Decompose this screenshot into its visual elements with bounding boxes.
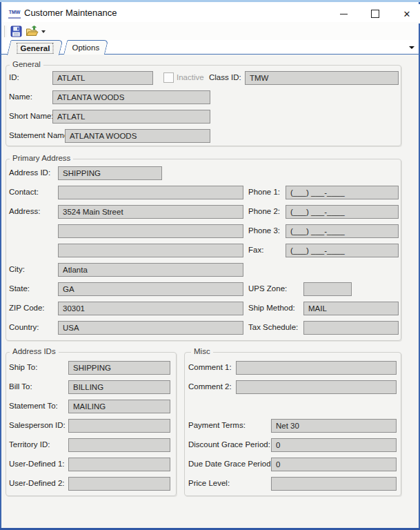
due-date-grace-period-input[interactable] bbox=[271, 458, 397, 471]
window-title: Customer Maintenance bbox=[24, 8, 117, 18]
short-name-input[interactable] bbox=[52, 110, 210, 124]
title-bar: TMW Customer Maintenance ✕ bbox=[1, 2, 419, 22]
city-label: City: bbox=[9, 265, 25, 273]
id-input[interactable] bbox=[52, 71, 153, 85]
comment1-input[interactable] bbox=[236, 361, 397, 375]
tax-schedule-input[interactable] bbox=[303, 321, 399, 335]
comment2-input[interactable] bbox=[236, 380, 397, 394]
general-legend: General bbox=[10, 60, 43, 68]
statement-to-label: Statement To: bbox=[9, 402, 58, 410]
inactive-label: Inactive bbox=[177, 73, 204, 81]
discount-grace-period-label: Discount Grace Period: bbox=[188, 440, 270, 449]
tab-list-caret[interactable] bbox=[409, 46, 414, 49]
inactive-checkbox[interactable] bbox=[163, 72, 174, 83]
ship-method-input[interactable] bbox=[303, 302, 399, 315]
primary-address-legend: Primary Address bbox=[10, 154, 73, 162]
phone1-input[interactable] bbox=[286, 186, 399, 199]
ups-zone-label: UPS Zone: bbox=[248, 284, 287, 293]
toolbar bbox=[1, 22, 419, 40]
tab-general[interactable]: General bbox=[7, 40, 63, 55]
app-icon: TMW bbox=[8, 8, 21, 19]
payment-terms-input[interactable] bbox=[271, 419, 397, 433]
fax-label: Fax: bbox=[248, 246, 263, 254]
statement-to-input[interactable] bbox=[68, 400, 170, 413]
address-id-input[interactable] bbox=[58, 166, 162, 180]
short-name-label: Short Name: bbox=[9, 112, 54, 120]
tax-schedule-label: Tax Schedule: bbox=[248, 323, 298, 331]
name-label: Name: bbox=[9, 92, 32, 101]
bill-to-label: Bill To: bbox=[9, 382, 32, 391]
address-label: Address: bbox=[9, 207, 40, 215]
tab-options[interactable]: Options bbox=[63, 40, 108, 55]
discount-grace-period-input[interactable] bbox=[271, 438, 397, 452]
class-id-label: Class ID: bbox=[209, 73, 241, 81]
minimize-button[interactable] bbox=[330, 4, 357, 23]
address1-input[interactable] bbox=[58, 205, 243, 219]
territory-id-input[interactable] bbox=[68, 438, 170, 452]
price-level-label: Price Level: bbox=[188, 479, 230, 487]
phone3-label: Phone 3: bbox=[248, 226, 280, 235]
ups-zone-input[interactable] bbox=[303, 282, 352, 296]
state-label: State: bbox=[9, 284, 30, 293]
ship-method-label: Ship Method: bbox=[248, 304, 295, 312]
payment-terms-label: Payment Terms: bbox=[188, 421, 246, 429]
address3-input[interactable] bbox=[58, 244, 243, 257]
id-label: ID: bbox=[9, 73, 19, 81]
phone2-label: Phone 2: bbox=[248, 207, 280, 215]
salesperson-id-input[interactable] bbox=[68, 419, 170, 433]
user-defined-1-label: User-Defined 1: bbox=[9, 460, 65, 468]
country-label: Country: bbox=[9, 323, 39, 331]
close-icon: ✕ bbox=[403, 10, 411, 19]
territory-id-label: Territory ID: bbox=[9, 440, 50, 449]
user-defined-2-input[interactable] bbox=[68, 477, 170, 491]
open-button[interactable] bbox=[24, 24, 39, 38]
price-level-input[interactable] bbox=[271, 477, 397, 491]
toolbar-grip[interactable] bbox=[4, 26, 6, 37]
close-button[interactable]: ✕ bbox=[393, 4, 420, 23]
phone3-input[interactable] bbox=[286, 224, 399, 238]
save-button[interactable] bbox=[8, 24, 23, 38]
ship-to-label: Ship To: bbox=[9, 363, 37, 371]
due-date-grace-period-label: Due Date Grace Period: bbox=[188, 460, 273, 468]
name-input[interactable] bbox=[52, 90, 210, 104]
contact-label: Contact: bbox=[9, 188, 39, 196]
bill-to-input[interactable] bbox=[68, 380, 170, 394]
misc-legend: Misc bbox=[191, 347, 213, 355]
comment2-label: Comment 2: bbox=[188, 382, 232, 391]
address-id-label: Address ID: bbox=[9, 168, 50, 177]
phone2-input[interactable] bbox=[286, 205, 399, 219]
customer-maintenance-window: TMW Customer Maintenance ✕ bbox=[0, 0, 420, 530]
user-defined-2-label: User-Defined 2: bbox=[9, 479, 65, 487]
contact-input[interactable] bbox=[58, 186, 243, 199]
toolbar-overflow-caret[interactable] bbox=[41, 30, 46, 33]
zip-code-input[interactable] bbox=[58, 302, 243, 315]
folder-open-icon bbox=[26, 26, 39, 37]
maximize-icon bbox=[371, 10, 379, 18]
tab-options-label: Options bbox=[72, 43, 100, 52]
comment1-label: Comment 1: bbox=[188, 363, 232, 371]
phone1-label: Phone 1: bbox=[248, 188, 280, 196]
ship-to-input[interactable] bbox=[68, 361, 170, 375]
address2-input[interactable] bbox=[58, 224, 243, 238]
user-defined-1-input[interactable] bbox=[68, 458, 170, 471]
fax-input[interactable] bbox=[286, 244, 399, 257]
city-input[interactable] bbox=[58, 263, 243, 277]
address-ids-legend: Address IDs bbox=[10, 347, 59, 355]
tab-general-label: General bbox=[17, 43, 52, 53]
zip-code-label: ZIP Code: bbox=[9, 304, 45, 312]
salesperson-id-label: Salesperson ID: bbox=[9, 421, 66, 429]
statement-name-label: Statement Name: bbox=[9, 131, 70, 139]
class-id-input[interactable] bbox=[245, 71, 399, 85]
maximize-button[interactable] bbox=[361, 4, 389, 23]
minimize-icon bbox=[340, 14, 348, 14]
state-input[interactable] bbox=[58, 282, 243, 296]
save-icon bbox=[10, 26, 22, 37]
country-input[interactable] bbox=[58, 321, 243, 335]
statement-name-input[interactable] bbox=[65, 129, 210, 143]
